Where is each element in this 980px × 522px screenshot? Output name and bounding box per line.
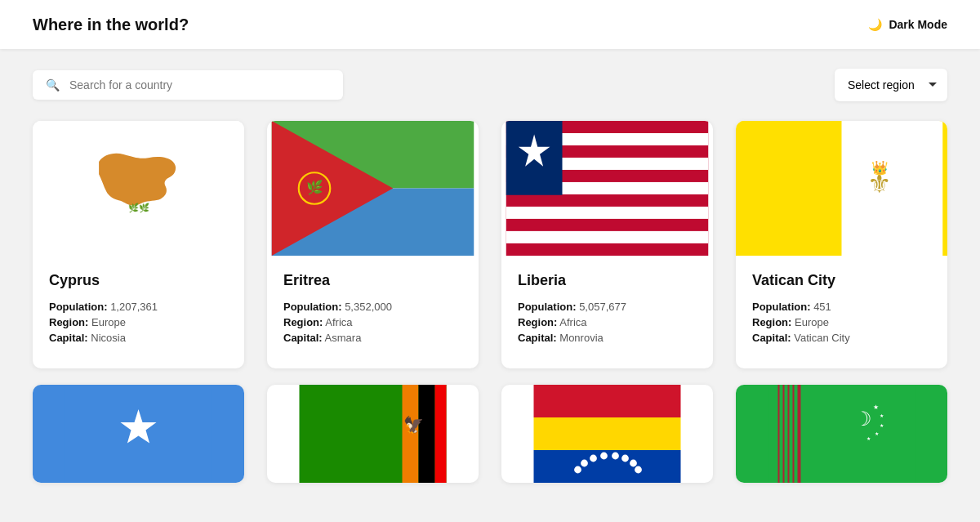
- svg-rect-26: [534, 385, 681, 417]
- population-detail: Population: 451: [752, 301, 931, 313]
- flag-vatican: ⚜ 👑: [736, 121, 947, 256]
- card-info-liberia: Liberia Population: 5,057,677 Region: Af…: [501, 256, 713, 368]
- svg-text:☽: ☽: [854, 408, 872, 430]
- dark-mode-label: Dark Mode: [889, 18, 947, 31]
- region-value: Europe: [795, 316, 829, 328]
- svg-text:★: ★: [873, 404, 879, 411]
- card-info-vatican: Vatican City Population: 451 Region: Eur…: [736, 256, 947, 368]
- capital-label: Capital:: [49, 332, 88, 344]
- country-card-somalia[interactable]: [33, 385, 244, 483]
- svg-text:★: ★: [875, 431, 879, 436]
- capital-detail: Capital: Asmara: [283, 332, 462, 344]
- country-name: Cyprus: [49, 272, 228, 289]
- population-value: 5,352,000: [345, 301, 392, 313]
- svg-rect-41: [790, 385, 793, 483]
- capital-label: Capital:: [283, 332, 323, 344]
- population-value: 451: [813, 301, 831, 313]
- population-label: Population:: [752, 301, 811, 313]
- country-card-cyprus[interactable]: 🌿🌿 Cyprus Population: 1,207,361 Region: …: [33, 121, 244, 368]
- svg-text:★: ★: [880, 423, 884, 428]
- population-detail: Population: 5,352,000: [283, 301, 462, 313]
- flag-liberia: [501, 121, 713, 256]
- country-cards-partial-grid: 🦅: [0, 385, 980, 499]
- svg-rect-24: [435, 385, 447, 483]
- country-card-vatican[interactable]: ⚜ 👑 Vatican City Population: 451 Region:…: [736, 121, 947, 368]
- flag-venezuela: [501, 385, 713, 483]
- population-value: 1,207,361: [110, 301, 158, 313]
- svg-text:★: ★: [866, 436, 871, 441]
- region-value: Europe: [91, 316, 126, 328]
- flag-somalia: [33, 385, 244, 483]
- svg-rect-27: [534, 417, 681, 450]
- app-title: Where in the world?: [33, 16, 189, 34]
- svg-point-31: [600, 453, 608, 460]
- search-input[interactable]: [69, 78, 330, 91]
- region-value: Africa: [559, 316, 586, 328]
- svg-rect-39: [780, 385, 783, 483]
- country-name: Vatican City: [752, 272, 931, 289]
- moon-icon: 🌙: [868, 18, 882, 31]
- search-icon: 🔍: [46, 78, 60, 91]
- capital-value: Nicosia: [91, 332, 126, 344]
- capital-value: Vatican City: [794, 332, 849, 344]
- svg-rect-12: [506, 231, 709, 243]
- svg-text:★: ★: [880, 413, 884, 418]
- region-select[interactable]: Select region Africa Americas Asia Europ…: [835, 69, 947, 101]
- population-detail: Population: 1,207,361: [49, 301, 228, 313]
- country-card-turkmenistan[interactable]: ☽ ★ ★ ★ ★ ★: [736, 385, 947, 483]
- region-detail: Region: Europe: [752, 316, 931, 328]
- svg-point-36: [574, 466, 581, 474]
- country-name: Liberia: [518, 272, 697, 289]
- capital-detail: Capital: Monrovia: [518, 332, 697, 344]
- country-cards-grid: 🌿🌿 Cyprus Population: 1,207,361 Region: …: [0, 114, 980, 385]
- capital-value: Asmara: [325, 332, 362, 344]
- region-label: Region:: [283, 316, 323, 328]
- region-detail: Region: Europe: [49, 316, 228, 328]
- svg-rect-42: [795, 385, 798, 483]
- region-label: Region:: [49, 316, 88, 328]
- capital-label: Capital:: [752, 332, 791, 344]
- svg-rect-22: [403, 385, 419, 483]
- population-value: 5,057,677: [579, 301, 626, 313]
- capital-detail: Capital: Vatican City: [752, 332, 931, 344]
- population-label: Population:: [283, 301, 342, 313]
- region-label: Region:: [518, 316, 557, 328]
- flag-turkmenistan: ☽ ★ ★ ★ ★ ★: [736, 385, 947, 483]
- search-box: 🔍: [33, 70, 343, 100]
- country-card-eritrea[interactable]: 🌿 Eritrea Population: 5,352,000 Region: …: [267, 121, 479, 368]
- flag-zambia: 🦅: [267, 385, 479, 483]
- country-name: Eritrea: [283, 272, 462, 289]
- population-detail: Population: 5,057,677: [518, 301, 697, 313]
- card-info-eritrea: Eritrea Population: 5,352,000 Region: Af…: [267, 256, 479, 368]
- svg-text:🌿🌿: 🌿🌿: [128, 203, 150, 213]
- svg-point-34: [630, 460, 637, 467]
- card-info-cyprus: Cyprus Population: 1,207,361 Region: Eur…: [33, 256, 244, 368]
- svg-point-30: [590, 455, 597, 462]
- svg-rect-23: [419, 385, 435, 483]
- capital-detail: Capital: Nicosia: [49, 332, 228, 344]
- svg-point-35: [635, 466, 642, 474]
- country-card-venezuela[interactable]: [501, 385, 713, 483]
- capital-value: Monrovia: [559, 332, 603, 344]
- svg-rect-11: [506, 207, 709, 219]
- capital-label: Capital:: [518, 332, 557, 344]
- svg-point-33: [621, 455, 629, 462]
- country-card-liberia[interactable]: Liberia Population: 5,057,677 Region: Af…: [501, 121, 713, 368]
- dark-mode-button[interactable]: 🌙 Dark Mode: [868, 18, 947, 31]
- svg-text:🦅: 🦅: [403, 415, 424, 435]
- svg-rect-16: [842, 121, 943, 256]
- flag-eritrea: 🌿: [267, 121, 479, 256]
- population-label: Population:: [49, 301, 108, 313]
- svg-rect-15: [741, 121, 842, 256]
- svg-text:🌿: 🌿: [306, 179, 323, 196]
- region-value: Africa: [325, 316, 352, 328]
- svg-point-29: [581, 460, 588, 467]
- region-detail: Region: Africa: [518, 316, 697, 328]
- country-card-zambia[interactable]: 🦅: [267, 385, 479, 483]
- region-label: Region:: [752, 316, 791, 328]
- population-label: Population:: [518, 301, 577, 313]
- svg-rect-40: [785, 385, 788, 483]
- app-header: Where in the world? 🌙 Dark Mode: [0, 0, 980, 49]
- flag-cyprus: 🌿🌿: [33, 121, 244, 256]
- svg-text:👑: 👑: [871, 159, 889, 176]
